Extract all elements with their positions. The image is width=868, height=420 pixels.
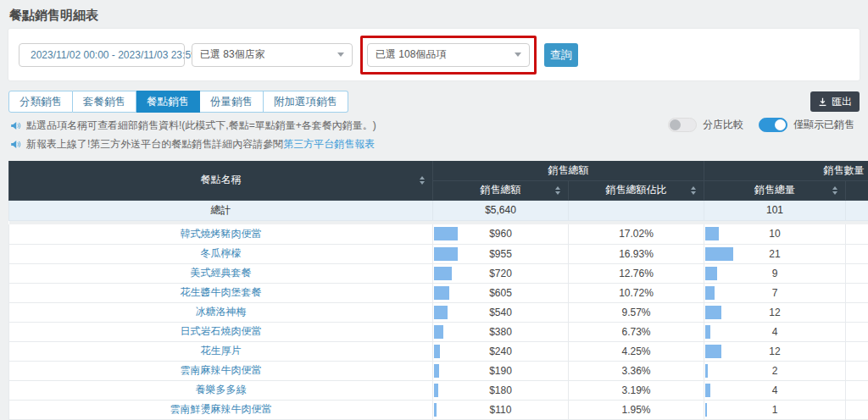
item-select[interactable]: 已選 108個品項 [367,43,530,67]
table-row: 花生厚片 $240 4.25% 12 [9,341,868,361]
query-button[interactable]: 查詢 [544,43,578,67]
amount-pct-cell: 17.02% [569,224,704,244]
qty-bar [705,325,710,339]
megaphone-icon [10,120,21,131]
toggle-knob [670,119,681,130]
sort-icon[interactable] [420,176,425,185]
dish-name-cell: 冰糖洛神梅 [9,302,433,322]
tab-1[interactable]: 套餐銷售 [73,91,136,113]
qty-bar [705,345,721,358]
table-row: 雲南鮮燙麻辣牛肉便當 $110 1.95% 1 [9,400,868,419]
amount-pct-cell: 9.57% [569,302,704,322]
header-amount-pct[interactable]: 銷售總額佔比 [569,180,704,200]
export-button[interactable]: 匯出 [810,91,860,112]
table-row: 雲南麻辣牛肉便當 $190 3.36% 2 [9,361,868,380]
header-group-quantity: 銷售數量 [704,161,868,180]
notice-text: 點選品項名稱可查看細部銷售資料!(此模式下,餐點=單點銷量+各套餐內銷量。) [26,119,376,133]
chevron-down-icon [515,52,521,57]
dish-name-link[interactable]: 養樂多多綠 [196,384,247,395]
notice-link[interactable]: 第三方平台銷售報表 [283,137,375,152]
amount-bar [434,325,443,339]
toggle-switch[interactable] [668,118,697,132]
amount-pct-cell: 3.19% [569,380,704,400]
amount-bar [434,267,452,280]
cut-cell [846,244,868,263]
cut-cell [846,361,868,380]
qty-bar [705,306,721,319]
qty-cell: 10 [704,224,846,244]
dish-name-link[interactable]: 雲南麻辣牛肉便當 [181,364,262,376]
header-qty[interactable]: 銷售總量 [704,180,846,200]
tab-3[interactable]: 份量銷售 [200,91,264,113]
amount-cell: $605 [433,283,569,302]
notice-line: 點選品項名稱可查看細部銷售資料!(此模式下,餐點=單點銷量+各套餐內銷量。) [10,117,376,134]
page-title: 餐點銷售明細表 [0,0,868,24]
notice-area: 點選品項名稱可查看細部銷售資料!(此模式下,餐點=單點銷量+各套餐內銷量。) 新… [10,117,376,154]
dish-name-link[interactable]: 花生厚片 [201,345,242,356]
totals-pct [569,200,704,220]
amount-pct-cell: 4.25% [569,341,704,361]
qty-cell: 2 [704,361,846,380]
tab-0[interactable]: 分類銷售 [8,91,73,113]
amount-cell: $380 [433,322,569,341]
header-amount[interactable]: 銷售總額 [433,180,569,200]
amount-bar [434,364,439,378]
header-group-amount: 銷售總額 [433,161,704,180]
amount-cell: $190 [433,361,569,380]
amount-bar [434,247,458,261]
amount-pct-cell: 3.36% [569,361,704,380]
dish-name-link[interactable]: 花生醬牛肉堡套餐 [181,286,262,298]
dish-name-link[interactable]: 冰糖洛神梅 [196,306,247,318]
toggle-switch[interactable] [759,118,787,132]
qty-cell: 7 [704,283,846,302]
qty-bar [705,227,719,240]
amount-pct-cell: 1.95% [569,400,704,419]
toggle-item: 分店比較 [668,118,743,132]
item-select-value: 已選 108個品項 [376,47,446,62]
filter-panel: 2023/11/02 00:00 - 2023/11/03 23:59 已選 8… [8,29,860,80]
store-select-value: 已選 83個店家 [200,47,265,62]
dish-name-link[interactable]: 韓式燒烤豬肉便當 [181,228,262,240]
amount-bar [434,227,458,240]
chevron-down-icon [337,52,344,57]
amount-pct-cell: 6.73% [569,322,704,341]
date-range-input[interactable]: 2023/11/02 00:00 - 2023/11/03 23:59 [19,43,185,67]
amount-bar [434,306,448,319]
cut-cell [846,380,868,400]
notice-text: 新報表上線了!第三方外送平台的餐點銷售詳細內容請參閱 [26,137,283,152]
qty-cell: 12 [704,302,846,322]
amount-cell: $960 [433,224,569,244]
header-dish-name[interactable]: 餐點名稱 [9,161,433,200]
table-row: 冰糖洛神梅 $540 9.57% 12 [9,302,868,322]
sort-icon[interactable] [691,186,696,195]
amount-pct-cell: 16.93% [569,244,704,263]
totals-qty: 101 [704,200,846,220]
cut-cell [846,400,868,419]
dish-name-cell: 雲南鮮燙麻辣牛肉便當 [9,400,433,419]
amount-bar [434,403,437,417]
store-select[interactable]: 已選 83個店家 [192,43,353,67]
sales-table: 餐點名稱 銷售總額 銷售數量 銷售總額 銷售總額佔比 [8,161,868,420]
dish-name-cell: 美式經典套餐 [9,263,433,283]
dish-name-link[interactable]: 雲南鮮燙麻辣牛肉便當 [170,403,272,415]
download-icon [818,97,827,107]
dish-name-cell: 花生厚片 [9,341,433,361]
sort-icon[interactable] [555,186,560,195]
dish-name-link[interactable]: 美式經典套餐 [191,267,252,279]
notice-line: 新報表上線了!第三方外送平台的餐點銷售詳細內容請參閱 第三方平台銷售報表 [10,135,376,152]
cut-cell [846,263,868,283]
cut-cell [846,224,868,244]
table-row: 韓式燒烤豬肉便當 $960 17.02% 10 [9,224,868,244]
tab-2[interactable]: 餐點銷售 [136,91,200,113]
dish-name-link[interactable]: 冬瓜檸檬 [201,247,242,259]
table-row: 花生醬牛肉堡套餐 $605 10.72% 7 [9,283,868,302]
amount-pct-cell: 12.76% [569,263,704,283]
cut-cell [846,322,868,341]
cut-cell [846,302,868,322]
table-row: 美式經典套餐 $720 12.76% 9 [9,263,868,283]
qty-bar [705,247,733,261]
dish-name-cell: 養樂多多綠 [9,380,433,400]
sort-icon[interactable] [832,186,837,195]
tab-4[interactable]: 附加選項銷售 [264,91,348,113]
dish-name-link[interactable]: 日式岩石燒肉便當 [181,325,262,337]
